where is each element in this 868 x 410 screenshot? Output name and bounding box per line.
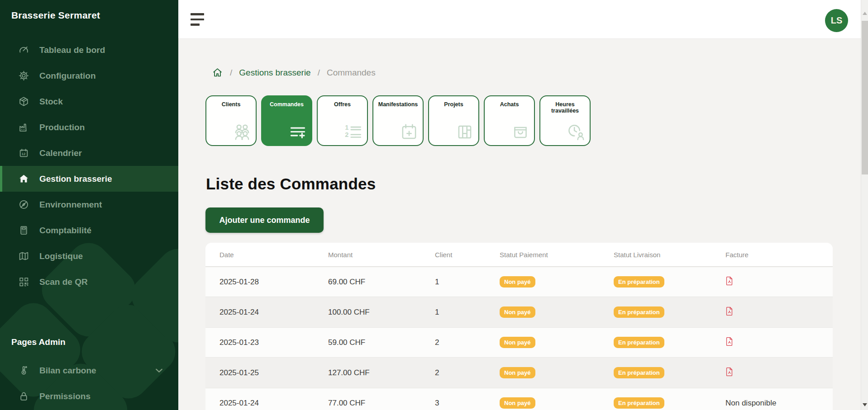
- lock-icon: [18, 391, 29, 402]
- sidebar-item-gestion-brasserie[interactable]: Gestion brasserie: [0, 166, 178, 192]
- column-header-statut-livraison: Statut Livraison: [614, 251, 725, 259]
- svg-text:1: 1: [345, 124, 348, 131]
- sidebar-item-tableau-de-bord[interactable]: Tableau de bord: [0, 37, 178, 63]
- cell-montant: 59.00 CHF: [328, 338, 435, 347]
- calculator-icon: [18, 225, 29, 236]
- tab-achats[interactable]: Achats: [484, 95, 535, 146]
- sidebar-item-scan-de-qr[interactable]: Scan de QR: [0, 269, 178, 295]
- sidebar-item-logistique[interactable]: Logistique: [0, 243, 178, 269]
- sidebar-item-environnement[interactable]: Environnement: [0, 192, 178, 217]
- cell-client: 1: [435, 308, 500, 317]
- cell-montant: 127.00 CHF: [328, 368, 435, 377]
- cell-client: 1: [435, 278, 500, 287]
- scrollbar-thumb[interactable]: [862, 21, 868, 174]
- breadcrumb-link-gestions-brasserie[interactable]: Gestions brasserie: [239, 68, 310, 78]
- status-badge-paiement: Non payé: [500, 306, 535, 318]
- tab-commandes[interactable]: Commandes: [261, 95, 312, 146]
- page-title: Liste des Commandes: [206, 175, 376, 193]
- column-header-date: Date: [219, 251, 328, 259]
- sidebar-item-production[interactable]: Production: [0, 114, 178, 140]
- calendar-icon: 12: [18, 147, 29, 159]
- pdf-icon[interactable]: [725, 367, 733, 377]
- chevron-down-icon[interactable]: [153, 365, 165, 376]
- status-badge-livraison: En préparation: [614, 397, 664, 409]
- tab-clients[interactable]: Clients: [205, 95, 257, 146]
- sidebar-item-label: Bilan carbone: [39, 366, 96, 376]
- cell-date: 2025-01-25: [219, 368, 328, 377]
- sidebar-admin-nav: Bilan carbone Permissions: [0, 358, 178, 409]
- hamburger-bar: [191, 13, 204, 15]
- sidebar-item-label: Logistique: [39, 251, 83, 261]
- tab-label: Heures travaillées: [540, 101, 590, 114]
- hamburger-bar: [191, 19, 204, 21]
- tab-projets[interactable]: Projets: [428, 95, 479, 146]
- cell-montant: 69.00 CHF: [328, 278, 435, 287]
- cell-client: 3: [435, 399, 500, 408]
- kanban-icon: [454, 122, 475, 142]
- cell-date: 2025-01-24: [219, 399, 328, 408]
- sidebar-item-calendrier[interactable]: 12 Calendrier: [0, 140, 178, 166]
- status-badge-paiement: Non payé: [500, 337, 535, 348]
- status-badge-paiement: Non payé: [500, 276, 535, 287]
- breadcrumb-separator: /: [318, 68, 320, 78]
- tab-manifestations[interactable]: Manifestations: [372, 95, 424, 146]
- tab-label: Offres: [318, 101, 367, 108]
- gear-icon: [18, 70, 29, 81]
- map-icon: [18, 250, 29, 262]
- breadcrumb-separator: /: [230, 68, 232, 78]
- box-icon: [18, 96, 29, 107]
- table-row: 2025-01-23 59.00 CHF 2 Non payé En prépa…: [205, 327, 833, 358]
- home-icon: [18, 173, 29, 184]
- scrollbar-up-arrow-icon[interactable]: [863, 12, 867, 15]
- cell-date: 2025-01-24: [219, 308, 328, 317]
- orders-table: Date Montant Client Statut Paiement Stat…: [205, 243, 833, 410]
- sidebar-item-comptabilite[interactable]: Comptabilité: [0, 217, 178, 243]
- user-avatar[interactable]: LS: [825, 9, 848, 32]
- main-content: / Gestions brasserie / Commandes Clients…: [178, 39, 861, 410]
- qr-code-icon: [18, 276, 29, 287]
- sidebar-item-configuration[interactable]: Configuration: [0, 63, 178, 89]
- list-plus-icon: [287, 122, 308, 142]
- admin-section-heading: Pages Admin: [11, 337, 66, 347]
- tab-label: Clients: [206, 101, 256, 108]
- vertical-scrollbar[interactable]: [861, 0, 868, 410]
- sidebar: Brasserie Sermaret Tableau de bord Confi…: [0, 0, 178, 410]
- people-icon: [232, 122, 253, 142]
- pdf-icon[interactable]: [725, 276, 733, 286]
- column-header-facture: Facture: [725, 251, 833, 259]
- add-order-button[interactable]: Ajouter une commande: [205, 207, 324, 233]
- column-header-client: Client: [435, 251, 500, 259]
- svg-text:12: 12: [22, 152, 26, 156]
- tab-heures-travaillees[interactable]: Heures travaillées: [539, 95, 591, 146]
- calendar-plus-icon: [399, 122, 420, 142]
- cell-facture-unavailable: Non disponible: [725, 399, 776, 407]
- status-badge-livraison: En préparation: [614, 337, 664, 348]
- cell-montant: 77.00 CHF: [328, 399, 435, 408]
- tab-label: Manifestations: [373, 101, 423, 108]
- status-badge-livraison: En préparation: [614, 276, 664, 287]
- sidebar-item-stock[interactable]: Stock: [0, 89, 178, 114]
- module-tabs: Clients Commandes Offres 12 Manifestatio…: [205, 95, 591, 146]
- breadcrumb-current: Commandes: [327, 68, 376, 78]
- tab-offres[interactable]: Offres 12: [317, 95, 368, 146]
- sidebar-item-label: Gestion brasserie: [39, 174, 112, 184]
- sidebar-item-label: Configuration: [39, 71, 96, 81]
- column-header-statut-paiement: Statut Paiement: [500, 251, 614, 259]
- sidebar-item-bilan-carbone[interactable]: Bilan carbone: [0, 358, 178, 383]
- leaf-icon: [18, 199, 29, 210]
- sidebar-item-permissions[interactable]: Permissions: [0, 383, 178, 409]
- sidebar-item-label: Calendrier: [39, 148, 82, 158]
- hamburger-menu-icon[interactable]: [191, 13, 205, 26]
- numbered-list-icon: 12: [343, 122, 364, 142]
- sidebar-item-label: Comptabilité: [39, 226, 91, 236]
- pdf-icon[interactable]: [725, 337, 733, 346]
- pdf-icon[interactable]: [725, 306, 733, 316]
- cell-date: 2025-01-23: [219, 338, 328, 347]
- home-icon[interactable]: [212, 67, 223, 78]
- tab-label: Achats: [485, 101, 534, 108]
- sidebar-item-label: Environnement: [39, 200, 102, 210]
- factory-icon: [18, 122, 29, 133]
- table-row: 2025-01-28 69.00 CHF 1 Non payé En prépa…: [205, 267, 833, 297]
- scrollbar-down-arrow-icon[interactable]: [863, 403, 867, 406]
- sidebar-item-label: Tableau de bord: [39, 45, 105, 55]
